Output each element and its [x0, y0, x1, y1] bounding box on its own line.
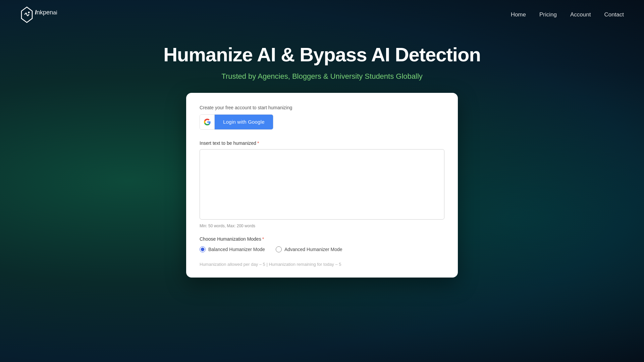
logo-icon: [20, 6, 34, 23]
modes-label: Choose Humanization Modes*: [200, 236, 444, 242]
main-content: Humanize AI & Bypass AI Detection Truste…: [0, 0, 644, 362]
advanced-mode-label: Advanced Humanizer Mode: [284, 247, 342, 252]
balanced-mode-label: Balanced Humanizer Mode: [208, 247, 265, 252]
footer-note: Humanization allowed per day – 5 | Human…: [200, 262, 444, 267]
balanced-mode-radio[interactable]: [200, 246, 206, 252]
humanize-textarea[interactable]: [200, 149, 444, 220]
google-login-button[interactable]: Login with Google: [200, 114, 273, 130]
hero-subtitle: Trusted by Agencies, Bloggers & Universi…: [221, 72, 423, 81]
advanced-mode-radio[interactable]: [276, 246, 282, 252]
google-icon-wrapper: [200, 115, 215, 129]
nav-pricing[interactable]: Pricing: [539, 11, 557, 18]
nav-contact[interactable]: Contact: [604, 11, 624, 18]
nav-account[interactable]: Account: [570, 11, 591, 18]
advanced-mode-option[interactable]: Advanced Humanizer Mode: [276, 246, 342, 252]
textarea-label: Insert text to be humanized*: [200, 140, 444, 146]
logo-text: Inkpenai: [35, 9, 57, 21]
create-account-label: Create your free account to start humani…: [200, 105, 444, 110]
word-limit-note: Min: 50 words, Max: 200 words: [200, 224, 444, 228]
google-login-text: Login with Google: [215, 115, 273, 129]
hero-title: Humanize AI & Bypass AI Detection: [163, 44, 481, 66]
navbar: Inkpenai Home Pricing Account Contact: [0, 0, 644, 29]
nav-links: Home Pricing Account Contact: [511, 11, 624, 18]
balanced-mode-option[interactable]: Balanced Humanizer Mode: [200, 246, 265, 252]
google-icon: [204, 118, 211, 126]
radio-group: Balanced Humanizer Mode Advanced Humaniz…: [200, 246, 444, 252]
nav-home[interactable]: Home: [511, 11, 526, 18]
svg-point-0: [28, 12, 30, 13]
logo[interactable]: Inkpenai: [20, 6, 57, 23]
main-card: Create your free account to start humani…: [186, 93, 458, 278]
